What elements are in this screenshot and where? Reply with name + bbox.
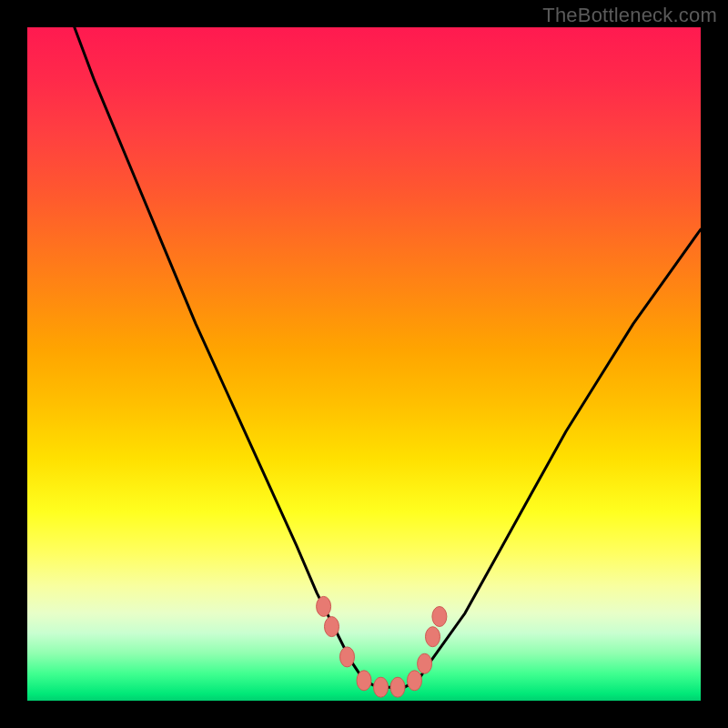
watermark-text: TheBottleneck.com: [542, 4, 717, 27]
curve-marker: [418, 653, 432, 673]
curve-marker: [426, 627, 440, 647]
plot-area: [27, 27, 701, 701]
curve-marker: [432, 607, 447, 627]
curve-marker: [357, 671, 371, 691]
curve-marker: [340, 647, 355, 667]
curve-marker: [325, 617, 339, 637]
curve-marker: [374, 677, 389, 697]
curve-marker: [317, 596, 331, 616]
curve-marker: [408, 671, 422, 691]
chart-frame: TheBottleneck.com: [0, 0, 728, 728]
bottleneck-curve: [27, 27, 701, 701]
curve-marker: [390, 677, 405, 697]
curve-path: [75, 27, 701, 687]
